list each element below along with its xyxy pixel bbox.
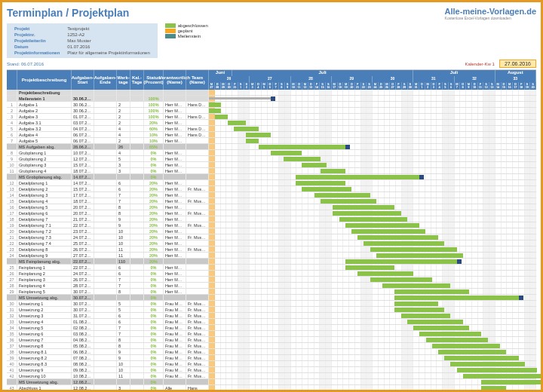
- task-row[interactable]: 32Umsetzung 331.07.201660%Frau Muster 1F…: [7, 313, 536, 319]
- task-row[interactable]: 14Detailplanung 317.07.2016720%Herr Must…: [7, 192, 536, 198]
- task-row[interactable]: 28Feinplanung 428.07.201670%Herr Muster …: [7, 283, 536, 289]
- task-row[interactable]: 37Umsetzung 805.08.201680%Frau Muster 1F…: [7, 343, 536, 349]
- task-row[interactable]: 1Aufgabe 130.06.20162100%Herr MusterHans…: [7, 102, 536, 108]
- task-row[interactable]: 26Feinplanung 224.07.201660%Herr Muster …: [7, 271, 536, 277]
- task-row[interactable]: 23Detailplanung 826.07.20161120%Herr Mus…: [7, 247, 536, 253]
- task-row[interactable]: 3Aufgabe 301.07.20162100%Herr MusterHans…: [7, 114, 536, 120]
- task-row[interactable]: 18Detailplanung 721.07.2016920%Herr Must…: [7, 216, 536, 222]
- task-row[interactable]: 33Umsetzung 401.08.201660%Frau Muster 1F…: [7, 319, 536, 325]
- brand-logo: Alle-meine-Vorlagen.de Kostenlose Excel-…: [445, 7, 536, 20]
- task-row[interactable]: 27Feinplanung 326.07.201670%Herr Muster …: [7, 277, 536, 283]
- task-row[interactable]: MS Grobplanung abg.14.07.20160%: [7, 174, 536, 180]
- gantt-chart: ProjektbeschreibungAufgaben-StartAufgabe…: [7, 69, 536, 90]
- calendar-label: Kalender-Kw 1: [465, 62, 495, 66]
- task-row[interactable]: 8Grobplanung 110.07.201640%Herr Muster 1: [7, 150, 536, 156]
- task-row[interactable]: 35Umsetzung 603.08.201670%Frau Muster 1F…: [7, 331, 536, 337]
- task-row[interactable]: 2Aufgabe 230.06.20162100%Herr Muster: [7, 108, 536, 114]
- task-row[interactable]: 39Umsetzung 8.207.08.201690%Frau Muster …: [7, 355, 536, 361]
- task-row[interactable]: 13Detailplanung 215.07.2016620%Herr Must…: [7, 186, 536, 192]
- task-row[interactable]: 42Umsetzung 1010.08.2016110%Frau Muster …: [7, 373, 536, 379]
- task-row[interactable]: 6Aufgabe 406.07.2016410%Herr MusterHans …: [7, 132, 536, 138]
- calendar-date[interactable]: 27.06.2016: [499, 60, 536, 68]
- task-row[interactable]: 30Umsetzung 130.07.201650%Frau Muster 1F…: [7, 301, 536, 307]
- columns-header: ProjektbeschreibungAufgaben-StartAufgabe…: [7, 70, 209, 90]
- task-row[interactable]: 17Detailplanung 620.07.2016820%Herr Must…: [7, 210, 536, 216]
- task-row[interactable]: Projektbeschreibung: [7, 90, 536, 96]
- task-row[interactable]: 24Detailplanung 927.07.20161120%Herr Mus…: [7, 253, 536, 259]
- task-row[interactable]: 15Detailplanung 418.07.2016720%Herr Must…: [7, 198, 536, 204]
- task-row[interactable]: 38Umsetzung 8.106.08.201690%Frau Muster …: [7, 349, 536, 355]
- task-row[interactable]: MS Aufgaben abg.28.06.20162665%: [7, 144, 536, 150]
- task-rows: ProjektbeschreibungMeilenstein 130.06.20…: [7, 90, 536, 392]
- task-row[interactable]: MS Umsetzung abg.12.08.20160%: [7, 379, 536, 385]
- task-row[interactable]: 31Umsetzung 230.07.201650%Frau Muster 1F…: [7, 307, 536, 313]
- task-row[interactable]: 12Detailplanung 114.07.2016620%Herr Must…: [7, 180, 536, 186]
- task-row[interactable]: 36Umsetzung 704.08.201680%Frau Muster 1F…: [7, 337, 536, 343]
- task-row[interactable]: 40Umsetzung 8.308.08.2016100%Frau Muster…: [7, 361, 536, 367]
- task-row[interactable]: 34Umsetzung 502.08.201670%Frau Muster 1F…: [7, 325, 536, 331]
- task-row[interactable]: 43Abschluss 112.08.201630%AlleHans: [7, 385, 536, 391]
- task-row[interactable]: 19Detailplanung 7.122.07.2016920%Herr Mu…: [7, 222, 536, 228]
- task-row[interactable]: 10Grobplanung 315.07.201630%Herr Muster …: [7, 162, 536, 168]
- status-date: Stand: 06.07.2016: [7, 62, 44, 66]
- task-row[interactable]: MS Umsetzung abg.30.07.20160%: [7, 295, 536, 301]
- task-row[interactable]: 7Aufgabe 506.07.2016210%Herr Muster: [7, 138, 536, 144]
- task-row[interactable]: 21Detailplanung 7.324.07.20161020%Herr M…: [7, 234, 536, 240]
- task-row[interactable]: 11Grobplanung 418.07.201630%Herr Muster …: [7, 168, 536, 174]
- legend: abgeschlossengeplantMeilenstein: [165, 23, 208, 58]
- task-row[interactable]: 5Aufgabe 3.204.07.2016460%Herr MusterHan…: [7, 126, 536, 132]
- task-row[interactable]: 4Aufgabe 3.103.07.2016220%Herr Muster: [7, 120, 536, 126]
- page-title: Terminplan / Projektplan: [7, 7, 129, 19]
- task-row[interactable]: 22Detailplanung 7.425.07.20161020%Herr M…: [7, 240, 536, 247]
- task-row[interactable]: 29Feinplanung 530.07.201680%Herr Muster …: [7, 289, 536, 295]
- task-row[interactable]: 9Grobplanung 212.07.201650%Herr Muster 1: [7, 156, 536, 162]
- task-row[interactable]: 16Detailplanung 520.07.2016820%Herr Must…: [7, 204, 536, 210]
- task-row[interactable]: MS Feinplanung abg.22.07.201611020%: [7, 259, 536, 265]
- task-row[interactable]: Meilenstein 130.06.2016100%: [7, 96, 536, 102]
- task-row[interactable]: 20Detailplanung 7.223.07.20161020%Herr M…: [7, 228, 536, 234]
- time-header: JuniJuliJuliAugust 2627282930313233 M27D…: [209, 70, 536, 90]
- task-row[interactable]: 25Feinplanung 122.07.201660%Herr Muster …: [7, 265, 536, 271]
- project-info: ProjektTestprojektProjektnr.1252-A2Proje…: [7, 23, 158, 58]
- task-row[interactable]: 41Umsetzung 909.08.2016100%Frau Muster 1…: [7, 367, 536, 373]
